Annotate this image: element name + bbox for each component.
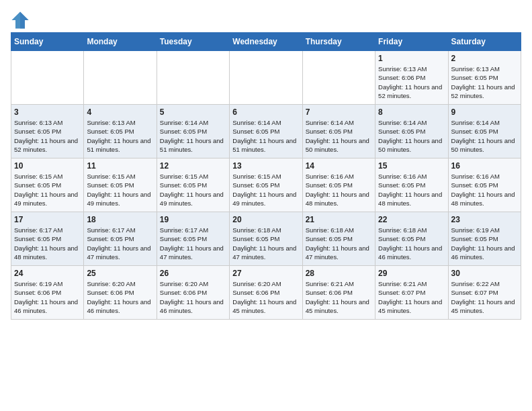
day-cell: 1Sunrise: 6:13 AM Sunset: 6:06 PM Daylig… [375,51,448,105]
svg-marker-1 [20,11,29,28]
day-number: 29 [378,269,445,278]
header-cell-tuesday: Tuesday [157,33,229,51]
day-number: 23 [451,215,518,224]
day-number: 20 [232,215,299,224]
logo-icon [11,11,30,30]
header-cell-friday: Friday [375,33,448,51]
day-cell: 4Sunrise: 6:13 AM Sunset: 6:05 PM Daylig… [84,105,157,158]
day-info: Sunrise: 6:16 AM Sunset: 6:05 PM Dayligh… [378,172,445,208]
day-info: Sunrise: 6:20 AM Sunset: 6:06 PM Dayligh… [160,279,226,315]
day-cell: 18Sunrise: 6:17 AM Sunset: 6:05 PM Dayli… [84,212,157,266]
day-number: 15 [378,161,445,171]
logo [11,11,32,30]
day-number: 25 [87,269,153,278]
day-info: Sunrise: 6:18 AM Sunset: 6:05 PM Dayligh… [378,226,445,261]
day-cell: 13Sunrise: 6:15 AM Sunset: 6:05 PM Dayli… [230,158,302,212]
day-info: Sunrise: 6:13 AM Sunset: 6:05 PM Dayligh… [14,118,81,154]
day-cell: 5Sunrise: 6:14 AM Sunset: 6:05 PM Daylig… [157,105,229,158]
day-info: Sunrise: 6:16 AM Sunset: 6:05 PM Dayligh… [306,172,372,208]
day-number: 30 [451,269,518,278]
day-number: 24 [14,269,81,278]
day-cell: 12Sunrise: 6:15 AM Sunset: 6:05 PM Dayli… [157,158,229,212]
week-row-3: 17Sunrise: 6:17 AM Sunset: 6:05 PM Dayli… [11,212,521,266]
day-number: 14 [306,161,372,171]
header-cell-sunday: Sunday [11,33,84,51]
day-number: 6 [232,107,299,117]
header-cell-wednesday: Wednesday [230,33,302,51]
day-info: Sunrise: 6:14 AM Sunset: 6:05 PM Dayligh… [160,118,226,154]
day-cell: 10Sunrise: 6:15 AM Sunset: 6:05 PM Dayli… [11,158,84,212]
day-info: Sunrise: 6:13 AM Sunset: 6:05 PM Dayligh… [87,118,153,154]
day-number: 2 [451,54,518,63]
day-info: Sunrise: 6:19 AM Sunset: 6:06 PM Dayligh… [14,279,81,315]
day-number: 12 [160,161,226,171]
day-number: 3 [14,107,81,117]
day-cell: 11Sunrise: 6:15 AM Sunset: 6:05 PM Dayli… [84,158,157,212]
day-number: 28 [306,269,372,278]
day-info: Sunrise: 6:13 AM Sunset: 6:06 PM Dayligh… [378,64,445,100]
day-cell: 19Sunrise: 6:17 AM Sunset: 6:05 PM Dayli… [157,212,229,266]
day-info: Sunrise: 6:21 AM Sunset: 6:06 PM Dayligh… [306,279,372,315]
day-cell: 20Sunrise: 6:18 AM Sunset: 6:05 PM Dayli… [230,212,302,266]
day-info: Sunrise: 6:16 AM Sunset: 6:05 PM Dayligh… [451,172,518,208]
day-info: Sunrise: 6:15 AM Sunset: 6:05 PM Dayligh… [232,172,299,208]
day-info: Sunrise: 6:19 AM Sunset: 6:05 PM Dayligh… [451,226,518,261]
day-info: Sunrise: 6:13 AM Sunset: 6:05 PM Dayligh… [451,64,518,100]
day-cell: 21Sunrise: 6:18 AM Sunset: 6:05 PM Dayli… [302,212,375,266]
day-info: Sunrise: 6:18 AM Sunset: 6:05 PM Dayligh… [232,226,299,261]
day-cell: 24Sunrise: 6:19 AM Sunset: 6:06 PM Dayli… [11,266,84,320]
day-cell [84,51,157,105]
day-cell: 7Sunrise: 6:14 AM Sunset: 6:05 PM Daylig… [302,105,375,158]
day-info: Sunrise: 6:14 AM Sunset: 6:05 PM Dayligh… [232,118,299,154]
day-number: 27 [232,269,299,278]
day-cell: 15Sunrise: 6:16 AM Sunset: 6:05 PM Dayli… [375,158,448,212]
day-number: 22 [378,215,445,224]
day-info: Sunrise: 6:21 AM Sunset: 6:07 PM Dayligh… [378,279,445,315]
calendar-header-row: SundayMondayTuesdayWednesdayThursdayFrid… [11,33,521,51]
calendar-body: 1Sunrise: 6:13 AM Sunset: 6:06 PM Daylig… [11,51,521,320]
day-info: Sunrise: 6:15 AM Sunset: 6:05 PM Dayligh… [87,172,153,208]
day-info: Sunrise: 6:18 AM Sunset: 6:05 PM Dayligh… [306,226,372,261]
day-cell [157,51,229,105]
day-cell: 28Sunrise: 6:21 AM Sunset: 6:06 PM Dayli… [302,266,375,320]
day-number: 8 [378,107,445,117]
day-number: 7 [306,107,372,117]
day-info: Sunrise: 6:17 AM Sunset: 6:05 PM Dayligh… [14,226,81,261]
header-cell-thursday: Thursday [302,33,375,51]
day-info: Sunrise: 6:14 AM Sunset: 6:05 PM Dayligh… [451,118,518,154]
day-cell [230,51,302,105]
day-cell: 23Sunrise: 6:19 AM Sunset: 6:05 PM Dayli… [448,212,521,266]
header-cell-monday: Monday [84,33,157,51]
header-cell-saturday: Saturday [448,33,521,51]
day-number: 26 [160,269,226,278]
day-number: 13 [232,161,299,171]
day-info: Sunrise: 6:14 AM Sunset: 6:05 PM Dayligh… [378,118,445,154]
day-info: Sunrise: 6:20 AM Sunset: 6:06 PM Dayligh… [87,279,153,315]
week-row-2: 10Sunrise: 6:15 AM Sunset: 6:05 PM Dayli… [11,158,521,212]
day-number: 4 [87,107,153,117]
day-number: 11 [87,161,153,171]
week-row-4: 24Sunrise: 6:19 AM Sunset: 6:06 PM Dayli… [11,266,521,320]
day-cell: 8Sunrise: 6:14 AM Sunset: 6:05 PM Daylig… [375,105,448,158]
day-cell: 26Sunrise: 6:20 AM Sunset: 6:06 PM Dayli… [157,266,229,320]
day-number: 5 [160,107,226,117]
day-cell: 29Sunrise: 6:21 AM Sunset: 6:07 PM Dayli… [375,266,448,320]
day-info: Sunrise: 6:20 AM Sunset: 6:06 PM Dayligh… [232,279,299,315]
day-cell: 6Sunrise: 6:14 AM Sunset: 6:05 PM Daylig… [230,105,302,158]
day-cell: 17Sunrise: 6:17 AM Sunset: 6:05 PM Dayli… [11,212,84,266]
day-info: Sunrise: 6:15 AM Sunset: 6:05 PM Dayligh… [14,172,81,208]
day-number: 17 [14,215,81,224]
day-cell: 27Sunrise: 6:20 AM Sunset: 6:06 PM Dayli… [230,266,302,320]
day-cell: 2Sunrise: 6:13 AM Sunset: 6:05 PM Daylig… [448,51,521,105]
day-cell: 16Sunrise: 6:16 AM Sunset: 6:05 PM Dayli… [448,158,521,212]
week-row-1: 3Sunrise: 6:13 AM Sunset: 6:05 PM Daylig… [11,105,521,158]
day-number: 18 [87,215,153,224]
day-info: Sunrise: 6:17 AM Sunset: 6:05 PM Dayligh… [160,226,226,261]
day-cell: 25Sunrise: 6:20 AM Sunset: 6:06 PM Dayli… [84,266,157,320]
calendar-table: SundayMondayTuesdayWednesdayThursdayFrid… [11,32,521,320]
day-number: 21 [306,215,372,224]
day-info: Sunrise: 6:22 AM Sunset: 6:07 PM Dayligh… [451,279,518,315]
week-row-0: 1Sunrise: 6:13 AM Sunset: 6:06 PM Daylig… [11,51,521,105]
day-number: 1 [378,54,445,63]
header [11,11,521,30]
